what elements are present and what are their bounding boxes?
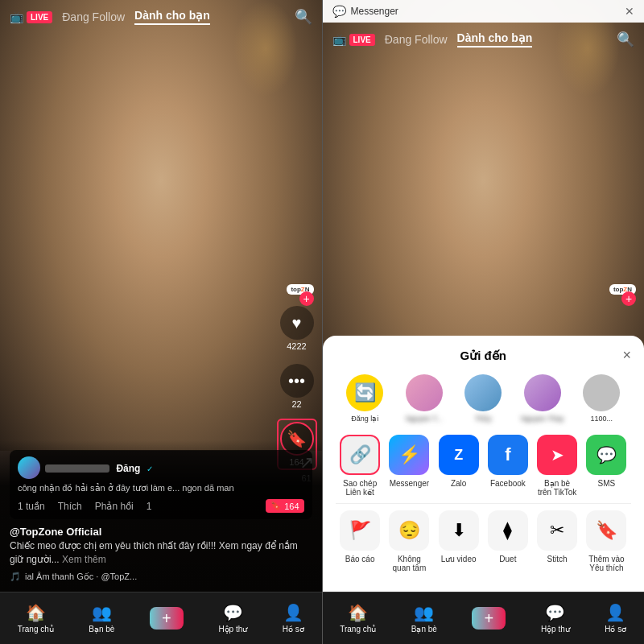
messenger-share-icon: ⚡ bbox=[389, 435, 429, 475]
share-sms[interactable]: 💬 SMS bbox=[582, 435, 631, 497]
share-report[interactable]: 🚩 Báo cáo bbox=[336, 510, 385, 572]
comment-author: Đăng bbox=[116, 463, 140, 474]
comment-button-wrap[interactable]: ••• 22 bbox=[280, 364, 314, 409]
copy-link-label: Sao chépLiên kết bbox=[343, 479, 377, 497]
save-video-icon: ⬇ bbox=[439, 510, 479, 551]
see-more[interactable]: Xem thêm bbox=[62, 554, 106, 565]
people-row: 🔄 Đăng lại Nguyen T... Thủy Nguyen Thay bbox=[336, 374, 632, 423]
messenger-close-icon[interactable]: ✕ bbox=[625, 5, 634, 18]
right-screen: 💬 Messenger ✕ 📺 LIVE Đang Follow Dành ch… bbox=[323, 0, 645, 644]
share-not-interested[interactable]: 😔 Khôngquan tâm bbox=[385, 510, 434, 572]
share-person-3[interactable]: Thủy bbox=[461, 374, 506, 423]
comment-bubble: Đăng ✓ công nhận đồ hải sản ở đây tươi l… bbox=[10, 450, 312, 519]
report-label: Báo cáo bbox=[345, 555, 375, 564]
share-close-btn[interactable]: × bbox=[622, 347, 631, 364]
zalo-label: Zalo bbox=[451, 479, 466, 488]
share-copy-link[interactable]: 🔗 Sao chépLiên kết bbox=[336, 435, 385, 497]
commenter-avatar bbox=[18, 456, 40, 479]
nav-following[interactable]: Đang Follow bbox=[62, 10, 125, 23]
tab-inbox-right[interactable]: 💬 Hộp thư bbox=[541, 603, 570, 634]
person3-avatar bbox=[464, 374, 502, 411]
topzone-plus[interactable]: + bbox=[299, 291, 314, 306]
friends-icon: 👥 bbox=[92, 603, 112, 622]
left-screen: 📺 LIVE Đang Follow Dành cho bạn 🔍 topZN … bbox=[0, 0, 322, 644]
share-duet[interactable]: ⧫ Duet bbox=[483, 510, 532, 572]
share-sheet-title: Gửi đến bbox=[336, 349, 632, 363]
tab-inbox[interactable]: 💬 Hộp thư bbox=[218, 603, 247, 634]
profile-icon: 👤 bbox=[283, 603, 303, 622]
tab-add[interactable]: + bbox=[150, 607, 184, 630]
tab-bar-right: 🏠 Trang chủ 👥 Bạn bè + 💬 Hộp thư 👤 Hồ sơ bbox=[323, 592, 645, 644]
person2-avatar bbox=[406, 374, 443, 411]
comment-time: 1 tuần bbox=[18, 501, 45, 512]
danglai-avatar: 🔄 bbox=[346, 374, 383, 411]
topzone-logo-right: topZN + bbox=[609, 284, 636, 306]
nav-for-you[interactable]: Dành cho bạn bbox=[134, 9, 210, 25]
add-icon-right: + bbox=[472, 607, 506, 630]
tab-bar: 🏠 Trang chủ 👥 Bạn bè + 💬 Hộp thư 👤 Hồ sơ bbox=[0, 592, 322, 644]
share-messenger[interactable]: ⚡ Messenger bbox=[385, 435, 434, 497]
tiktok-friends-label: Bạn bètrên TikTok bbox=[538, 479, 576, 497]
messenger-bar: 💬 Messenger ✕ bbox=[323, 0, 645, 23]
share-save-video[interactable]: ⬇ Lưu video bbox=[434, 510, 483, 572]
music-bar: 🎵 ial Âm thanh Gốc · @TopZ... bbox=[10, 572, 312, 582]
messenger-share-label: Messenger bbox=[390, 479, 429, 488]
facebook-icon: f bbox=[488, 435, 528, 475]
person3-name: Thủy bbox=[475, 415, 492, 423]
search-icon[interactable]: 🔍 bbox=[295, 8, 312, 26]
like-action[interactable]: Thích bbox=[58, 501, 82, 512]
like-button-wrap[interactable]: ♥ 4222 bbox=[280, 306, 314, 351]
tab-friends[interactable]: 👥 Bạn bè bbox=[89, 603, 114, 634]
add-icon: + bbox=[150, 607, 184, 630]
share-facebook[interactable]: f Facebook bbox=[483, 435, 532, 497]
nav-for-you-right[interactable]: Dành cho bạn bbox=[457, 31, 533, 47]
bottom-overlay: Đăng ✓ công nhận đồ hải sản ở đây tươi l… bbox=[0, 440, 322, 592]
share-stitch[interactable]: ✂ Stitch bbox=[533, 510, 582, 572]
topzone-plus-right[interactable]: + bbox=[621, 291, 636, 306]
share-person-2[interactable]: Nguyen T... bbox=[402, 374, 446, 423]
topzone-logo: topZN + bbox=[287, 284, 313, 306]
add-favorite-label: Thêm vàoYêu thích bbox=[588, 555, 624, 572]
share-person-5[interactable]: 1100... bbox=[580, 374, 624, 423]
duet-icon: ⧫ bbox=[488, 510, 528, 551]
stitch-label: Stitch bbox=[547, 555, 568, 564]
save-count: 164 bbox=[284, 502, 299, 511]
person4-name: Nguyen Thay bbox=[521, 415, 564, 423]
share-person-danglai[interactable]: 🔄 Đăng lại bbox=[343, 374, 387, 423]
share-actions-row2: 🚩 Báo cáo 😔 Khôngquan tâm ⬇ Lưu video ⧫ … bbox=[336, 510, 632, 572]
verified-icon: ✓ bbox=[147, 464, 153, 473]
music-title: ial Âm thanh Gốc · @TopZ... bbox=[25, 572, 137, 582]
not-interested-label: Khôngquan tâm bbox=[393, 555, 427, 572]
tab-friends-right[interactable]: 👥 Bạn bè bbox=[411, 603, 437, 634]
messenger-icon: 💬 bbox=[332, 5, 346, 18]
search-icon-right[interactable]: 🔍 bbox=[617, 31, 634, 48]
share-zalo[interactable]: Z Zalo bbox=[434, 435, 483, 497]
tab-add-right[interactable]: + bbox=[472, 607, 506, 630]
comment-count: 22 bbox=[291, 399, 301, 409]
tab-profile[interactable]: 👤 Hồ sơ bbox=[283, 603, 304, 634]
share-tiktok-friends[interactable]: ➤ Bạn bètrên TikTok bbox=[533, 435, 582, 497]
comment-actions: 1 tuần Thích Phản hồi 1 🔖 164 bbox=[18, 499, 304, 513]
like-count: 4222 bbox=[287, 341, 306, 351]
report-icon: 🚩 bbox=[340, 510, 380, 551]
tab-profile-right[interactable]: 👤 Hồ sơ bbox=[605, 603, 626, 634]
facebook-label: Facebook bbox=[490, 479, 526, 488]
tab-home[interactable]: 🏠 Trang chủ bbox=[18, 603, 54, 634]
reply-action[interactable]: Phản hồi bbox=[95, 501, 134, 512]
save-comment-btn[interactable]: 🔖 164 bbox=[266, 499, 303, 513]
share-add-favorite[interactable]: 🔖 Thêm vàoYêu thích bbox=[582, 510, 631, 572]
share-person-4[interactable]: Nguyen Thay bbox=[520, 374, 564, 423]
live-badge-right: LIVE bbox=[349, 34, 375, 46]
nav-following-right[interactable]: Đang Follow bbox=[385, 33, 448, 46]
share-actions-row1: 🔗 Sao chépLiên kết ⚡ Messenger Z Zalo f … bbox=[336, 435, 632, 497]
top-nav-right: 📺 LIVE Đang Follow Dành cho bạn 🔍 bbox=[323, 23, 645, 56]
danglai-label: Đăng lại bbox=[351, 415, 378, 423]
tab-home-right[interactable]: 🏠 Trang chủ bbox=[340, 603, 376, 634]
music-note-icon: 🎵 bbox=[10, 572, 21, 582]
creator-desc: Chiếc meo được chị em yêu thích nhất đây… bbox=[10, 539, 312, 567]
inbox-icon: 💬 bbox=[223, 603, 243, 622]
not-interested-icon: 😔 bbox=[389, 510, 429, 551]
messenger-label: Messenger bbox=[351, 6, 398, 17]
home-icon-right: 🏠 bbox=[348, 603, 368, 622]
zalo-icon: Z bbox=[439, 435, 479, 475]
